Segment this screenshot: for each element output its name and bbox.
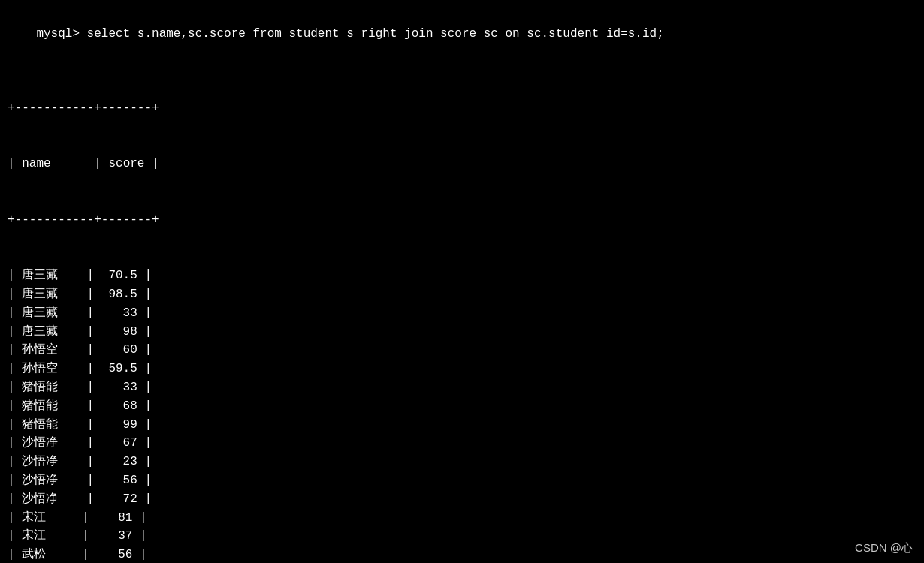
header-separator: +-----------+-------+ xyxy=(8,211,916,230)
table-row: | 沙悟净 | 72 | xyxy=(8,490,916,509)
watermark: CSDN @心 xyxy=(855,541,913,555)
table-row: | 武松 | 56 | xyxy=(8,546,916,563)
table-header: | name | score | xyxy=(8,155,916,173)
terminal-window: mysql> select s.name,sc.score from stude… xyxy=(8,6,916,563)
table-row: | 孙悟空 | 60 | xyxy=(8,341,916,360)
prompt: mysql> xyxy=(36,27,80,41)
table-output: +-----------+-------+ | name | score | +… xyxy=(8,62,916,563)
table-row: | 唐三藏 | 70.5 | xyxy=(8,266,916,285)
table-rows: | 唐三藏 | 70.5 || 唐三藏 | 98.5 || 唐三藏 | 33 |… xyxy=(8,266,916,563)
table-row: | 沙悟净 | 23 | xyxy=(8,453,916,471)
top-separator: +-----------+-------+ xyxy=(8,99,916,118)
table-row: | 唐三藏 | 98.5 | xyxy=(8,285,916,304)
table-row: | 唐三藏 | 33 | xyxy=(8,304,916,323)
table-row: | 孙悟空 | 59.5 | xyxy=(8,360,916,378)
table-row: | 沙悟净 | 67 | xyxy=(8,434,916,453)
table-row: | 猪悟能 | 33 | xyxy=(8,378,916,397)
table-row: | 唐三藏 | 98 | xyxy=(8,323,916,342)
query-text: select s.name,sc.score from student s ri… xyxy=(80,27,664,41)
query-line: mysql> select s.name,sc.score from stude… xyxy=(8,6,916,62)
table-row: | 沙悟净 | 56 | xyxy=(8,471,916,490)
table-row: | 猪悟能 | 68 | xyxy=(8,397,916,416)
table-row: | 宋江 | 37 | xyxy=(8,527,916,546)
table-row: | 猪悟能 | 99 | xyxy=(8,416,916,435)
table-row: | 宋江 | 81 | xyxy=(8,509,916,528)
